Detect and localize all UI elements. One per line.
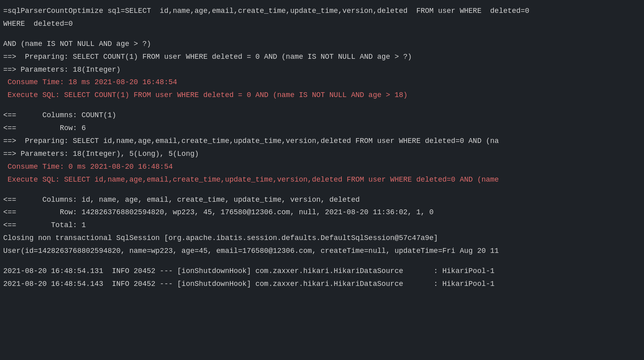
console-line-7: Execute SQL: SELECT COUNT(1) FROM user W…	[0, 89, 644, 102]
console-line-2	[0, 31, 644, 38]
console-line-10: <== Row: 6	[0, 122, 644, 135]
console-output: =sqlParserCountOptimize sql=SELECT id,na…	[0, 3, 644, 292]
console-line-16: <== Columns: id, name, age, email, creat…	[0, 194, 644, 207]
console-line-9: <== Columns: COUNT(1)	[0, 109, 644, 122]
console-line-6: Consume Time: 18 ms 2021-08-20 16:48:54	[0, 76, 644, 89]
console-line-21	[0, 258, 644, 265]
console-line-20: User(id=1428263768802594820, name=wp223,…	[0, 245, 644, 258]
console-line-11: ==> Preparing: SELECT id,name,age,email,…	[0, 135, 644, 148]
console-line-12: ==> Parameters: 18(Integer), 5(Long), 5(…	[0, 148, 644, 161]
console-line-15	[0, 186, 644, 194]
console-line-1: WHERE deleted=0	[0, 18, 644, 31]
console-line-23: 2021-08-20 16:48:54.143 INFO 20452 --- […	[0, 278, 644, 291]
console-line-19: Closing non transactional SqlSession [or…	[0, 232, 644, 245]
console-line-3: AND (name IS NOT NULL AND age > ?)	[0, 38, 644, 51]
console-line-14: Execute SQL: SELECT id,name,age,email,cr…	[0, 174, 644, 186]
console-line-5: ==> Parameters: 18(Integer)	[0, 64, 644, 77]
console-line-8	[0, 102, 644, 109]
console-line-13: Consume Time: 0 ms 2021-08-20 16:48:54	[0, 161, 644, 174]
console-line-17: <== Row: 1428263768802594820, wp223, 45,…	[0, 206, 644, 219]
console-line-4: ==> Preparing: SELECT COUNT(1) FROM user…	[0, 51, 644, 64]
console-line-22: 2021-08-20 16:48:54.131 INFO 20452 --- […	[0, 265, 644, 278]
console-line-0: =sqlParserCountOptimize sql=SELECT id,na…	[0, 5, 644, 18]
console-line-18: <== Total: 1	[0, 219, 644, 232]
